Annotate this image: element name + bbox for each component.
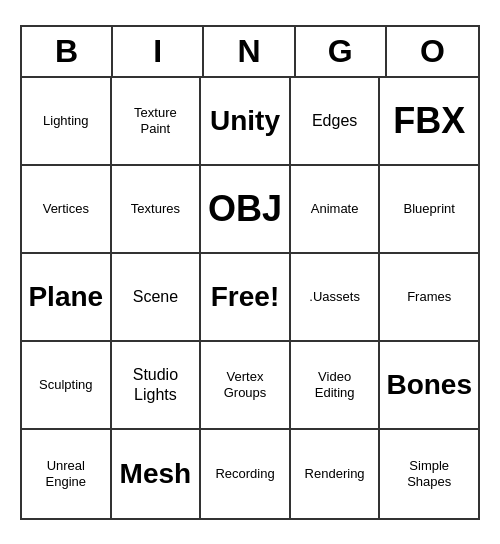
bingo-cell[interactable]: OBJ	[201, 166, 291, 254]
bingo-cell[interactable]: Animate	[291, 166, 381, 254]
bingo-cell[interactable]: Video Editing	[291, 342, 381, 430]
bingo-cell[interactable]: Frames	[380, 254, 478, 342]
bingo-cell-text: Frames	[407, 289, 451, 305]
bingo-cell[interactable]: Blueprint	[380, 166, 478, 254]
bingo-cell[interactable]: Textures	[112, 166, 202, 254]
header-letter: G	[296, 27, 387, 76]
bingo-cell[interactable]: Unity	[201, 78, 291, 166]
bingo-cell[interactable]: Lighting	[22, 78, 112, 166]
bingo-cell-text: Plane	[28, 280, 103, 314]
bingo-cell[interactable]: Studio Lights	[112, 342, 202, 430]
bingo-header: BINGO	[22, 27, 478, 78]
bingo-cell-text: OBJ	[208, 187, 282, 230]
bingo-cell-text: Vertex Groups	[207, 369, 283, 400]
bingo-cell[interactable]: FBX	[380, 78, 478, 166]
bingo-cell-text: Unreal Engine	[28, 458, 104, 489]
bingo-cell-text: Bones	[386, 368, 472, 402]
header-letter: O	[387, 27, 478, 76]
bingo-cell[interactable]: .Uassets	[291, 254, 381, 342]
bingo-cell-text: Rendering	[305, 466, 365, 482]
bingo-cell-text: Video Editing	[297, 369, 373, 400]
bingo-cell-text: Free!	[211, 280, 279, 314]
bingo-cell-text: Vertices	[43, 201, 89, 217]
bingo-cell[interactable]: Texture Paint	[112, 78, 202, 166]
bingo-cell-text: Recording	[215, 466, 274, 482]
bingo-cell[interactable]: Unreal Engine	[22, 430, 112, 518]
bingo-cell-text: Lighting	[43, 113, 89, 129]
bingo-cell[interactable]: Vertex Groups	[201, 342, 291, 430]
bingo-cell-text: Sculpting	[39, 377, 92, 393]
bingo-cell-text: Mesh	[120, 457, 192, 491]
bingo-cell[interactable]: Scene	[112, 254, 202, 342]
bingo-cell[interactable]: Recording	[201, 430, 291, 518]
bingo-cell-text: Studio Lights	[118, 365, 194, 403]
bingo-cell-text: Animate	[311, 201, 359, 217]
bingo-card: BINGO LightingTexture PaintUnityEdgesFBX…	[20, 25, 480, 520]
header-letter: N	[204, 27, 295, 76]
bingo-grid: LightingTexture PaintUnityEdgesFBXVertic…	[22, 78, 478, 518]
bingo-cell-text: Texture Paint	[118, 105, 194, 136]
bingo-cell-text: Simple Shapes	[386, 458, 472, 489]
header-letter: B	[22, 27, 113, 76]
bingo-cell[interactable]: Vertices	[22, 166, 112, 254]
bingo-cell[interactable]: Sculpting	[22, 342, 112, 430]
bingo-cell-text: Blueprint	[404, 201, 455, 217]
bingo-cell-text: Scene	[133, 287, 178, 306]
bingo-cell[interactable]: Edges	[291, 78, 381, 166]
bingo-cell-text: .Uassets	[309, 289, 360, 305]
bingo-cell-text: Unity	[210, 104, 280, 138]
bingo-cell[interactable]: Bones	[380, 342, 478, 430]
bingo-cell-text: Edges	[312, 111, 357, 130]
bingo-cell-text: Textures	[131, 201, 180, 217]
bingo-cell[interactable]: Simple Shapes	[380, 430, 478, 518]
bingo-cell[interactable]: Rendering	[291, 430, 381, 518]
bingo-cell-text: FBX	[393, 99, 465, 142]
bingo-cell[interactable]: Free!	[201, 254, 291, 342]
bingo-cell[interactable]: Plane	[22, 254, 112, 342]
bingo-cell[interactable]: Mesh	[112, 430, 202, 518]
header-letter: I	[113, 27, 204, 76]
